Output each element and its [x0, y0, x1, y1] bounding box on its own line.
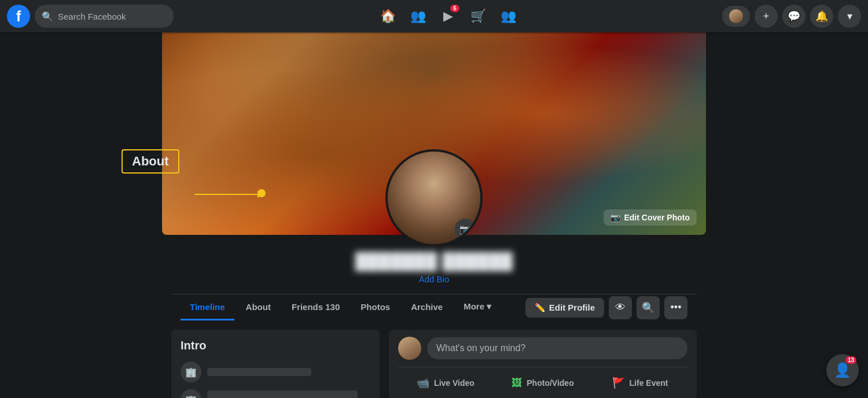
profile-tabs: Timeline About Friends 130 Photos Archiv…: [171, 294, 697, 320]
edit-cover-button[interactable]: 📷 Edit Cover Photo: [604, 209, 697, 226]
camera-small-icon: 📷: [459, 224, 471, 235]
intro-bar-1: [207, 368, 311, 376]
plus-icon: +: [763, 10, 770, 23]
flag-icon: 🚩: [612, 377, 625, 389]
profile-avatar: 📷: [385, 149, 483, 246]
tab-timeline[interactable]: Timeline: [181, 295, 234, 320]
facebook-logo: f: [7, 5, 30, 28]
composer-input[interactable]: What's on your mind?: [427, 337, 687, 359]
profile-info-section: ███████ ██████ Add Bio Timeline About Fr…: [162, 235, 706, 320]
live-icon: 📹: [417, 377, 429, 389]
post-composer: What's on your mind? 📹 Live Video 🖼 Phot…: [389, 330, 697, 398]
video-badge: 6: [450, 5, 459, 12]
cover-section: 📷 Edit Cover Photo 📷: [162, 32, 706, 235]
profile-name: ███████ ██████: [171, 252, 697, 271]
right-column: What's on your mind? 📹 Live Video 🖼 Phot…: [389, 330, 697, 398]
tab-actions: ✏️ Edit Profile 👁 🔍 •••: [525, 296, 687, 319]
intro-icon-1: 🏢: [181, 362, 201, 382]
home-icon: 🏠: [380, 9, 396, 24]
left-column: Intro 🏢 🏢 🏢 Edit Details Ad: [171, 330, 380, 398]
profile-nav-button[interactable]: [722, 6, 750, 27]
intro-bars-2: [207, 390, 358, 398]
life-event-button[interactable]: 🚩 Life Event: [593, 372, 687, 394]
search-icon: 🔍: [42, 11, 53, 22]
intro-item-1: 🏢: [181, 362, 370, 382]
nav-right-actions: + 💬 🔔 ▾: [722, 5, 861, 28]
search-input[interactable]: [58, 12, 167, 21]
avatar-camera-button[interactable]: 📷: [455, 219, 476, 239]
pencil-icon: ✏️: [535, 303, 546, 313]
tab-more[interactable]: More ▾: [454, 294, 501, 320]
add-bio-link[interactable]: Add Bio: [419, 274, 450, 284]
camera-icon: 📷: [610, 213, 620, 222]
intro-card: Intro 🏢 🏢 🏢 Edit Details Ad: [171, 330, 380, 398]
intro-bar-2a: [207, 390, 358, 398]
chevron-down-icon: ▾: [847, 10, 852, 23]
messenger-float-badge: 13: [845, 356, 856, 364]
intro-icon-2: 🏢: [181, 389, 201, 398]
tab-photos[interactable]: Photos: [351, 295, 399, 320]
nav-avatar: [729, 9, 743, 23]
view-as-button[interactable]: 👁: [609, 296, 632, 319]
messenger-floating-button[interactable]: 👤 13: [826, 354, 859, 386]
main-content: Intro 🏢 🏢 🏢 Edit Details Ad: [162, 330, 706, 398]
live-video-button[interactable]: 📹 Live Video: [398, 372, 493, 394]
messenger-nav-button[interactable]: 💬: [782, 5, 806, 28]
bell-icon: 🔔: [815, 10, 828, 23]
search-profile-icon: 🔍: [642, 301, 654, 314]
marketplace-nav-button[interactable]: 🛒: [464, 2, 492, 30]
create-nav-button[interactable]: +: [755, 5, 778, 28]
messenger-icon: 💬: [788, 10, 800, 23]
friends-count: 130: [325, 302, 340, 312]
account-nav-button[interactable]: ▾: [838, 5, 861, 28]
eye-icon: 👁: [615, 301, 626, 314]
intro-title: Intro: [181, 339, 370, 352]
composer-actions: 📹 Live Video 🖼 Photo/Video 🚩 Life Event: [398, 367, 687, 394]
search-bar[interactable]: 🔍: [35, 5, 174, 28]
groups-nav-button[interactable]: 👥: [494, 2, 522, 30]
nav-center-icons: 🏠 👥 ▶ 6 🛒 👥: [178, 2, 718, 30]
tab-friends[interactable]: Friends 130: [282, 295, 349, 320]
friends-icon: 👥: [410, 9, 426, 24]
ellipsis-icon: •••: [671, 301, 682, 314]
edit-cover-label: Edit Cover Photo: [624, 213, 690, 222]
video-nav-button[interactable]: ▶ 6: [434, 2, 462, 30]
marketplace-icon: 🛒: [470, 9, 486, 24]
top-navigation: f 🔍 🏠 👥 ▶ 6 🛒 👥 + 💬 �: [0, 0, 868, 32]
page-content: 📷 Edit Cover Photo 📷 ███████ ██████ Add …: [0, 32, 868, 398]
tab-about[interactable]: About: [237, 295, 280, 320]
composer-avatar: [398, 337, 421, 360]
search-profile-button[interactable]: 🔍: [637, 296, 660, 319]
more-options-button[interactable]: •••: [664, 296, 687, 319]
messenger-float-icon: 👤: [834, 362, 851, 378]
photo-video-button[interactable]: 🖼 Photo/Video: [495, 372, 590, 394]
groups-icon: 👥: [501, 9, 516, 24]
composer-top: What's on your mind?: [398, 337, 687, 360]
home-nav-button[interactable]: 🏠: [374, 2, 402, 30]
intro-item-2: 🏢: [181, 389, 370, 398]
tab-archive[interactable]: Archive: [402, 295, 452, 320]
notifications-nav-button[interactable]: 🔔: [810, 5, 833, 28]
photo-icon: 🖼: [512, 377, 522, 389]
friends-nav-button[interactable]: 👥: [404, 2, 432, 30]
profile-avatar-wrapper: 📷: [385, 149, 483, 246]
edit-profile-button[interactable]: ✏️ Edit Profile: [525, 298, 604, 318]
